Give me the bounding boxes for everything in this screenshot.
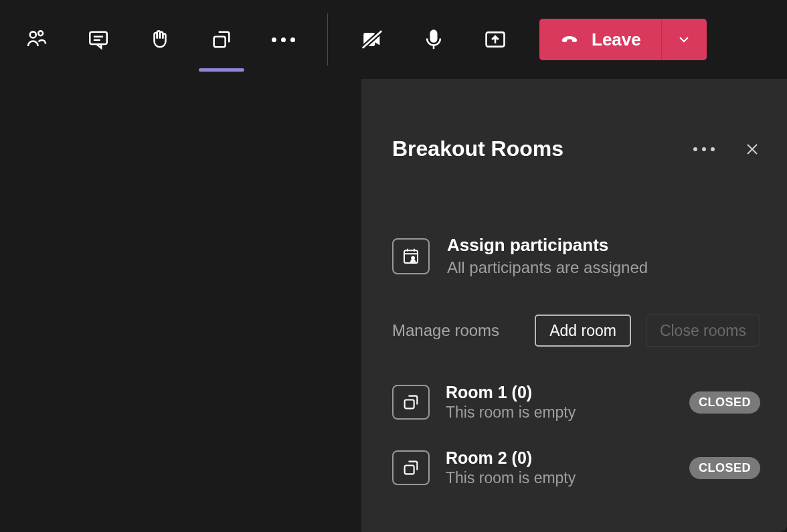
breakout-rooms-icon[interactable] (208, 19, 235, 60)
close-panel-icon[interactable] (744, 141, 760, 157)
leave-button-group: Leave (539, 19, 707, 60)
leave-label: Leave (592, 29, 641, 50)
manage-rooms-row: Manage rooms Add room Close rooms (392, 315, 760, 347)
chat-icon[interactable] (85, 19, 112, 60)
svg-rect-5 (214, 37, 226, 48)
room-icon (392, 450, 430, 485)
room-subtitle: This room is empty (446, 404, 576, 422)
room-status-badge: CLOSED (689, 391, 760, 414)
panel-title: Breakout Rooms (392, 137, 693, 161)
camera-off-icon[interactable] (359, 19, 385, 60)
room-title: Room 2 (0) (446, 448, 576, 468)
toolbar-right-group (359, 19, 509, 60)
main-area: Breakout Rooms (0, 79, 787, 532)
panel-more-icon[interactable] (693, 147, 715, 151)
close-rooms-button: Close rooms (646, 315, 760, 347)
svg-rect-18 (405, 400, 414, 409)
assign-participants-icon (392, 238, 430, 274)
meeting-stage (0, 79, 361, 532)
assign-subtitle: All participants are assigned (447, 258, 648, 277)
room-title: Room 1 (0) (446, 383, 576, 402)
room-icon (392, 385, 430, 420)
hangup-icon (559, 29, 580, 50)
microphone-icon[interactable] (420, 19, 447, 60)
chevron-down-icon (676, 31, 692, 48)
meeting-toolbar: Leave (0, 0, 787, 79)
room-item[interactable]: Room 1 (0) This room is empty CLOSED (392, 383, 760, 422)
svg-point-0 (30, 31, 36, 37)
panel-header: Breakout Rooms (392, 137, 760, 161)
rooms-list: Room 1 (0) This room is empty CLOSED Roo… (392, 383, 760, 487)
room-subtitle: This room is empty (446, 469, 576, 487)
room-status-badge: CLOSED (689, 457, 760, 479)
svg-rect-19 (405, 466, 414, 474)
toolbar-divider (327, 13, 328, 66)
leave-button[interactable]: Leave (539, 19, 661, 60)
share-screen-icon[interactable] (482, 19, 509, 60)
leave-options-button[interactable] (661, 19, 707, 60)
svg-rect-8 (431, 31, 437, 42)
manage-rooms-label: Manage rooms (392, 321, 499, 340)
breakout-rooms-panel: Breakout Rooms (361, 79, 787, 532)
toolbar-left-group (23, 19, 296, 60)
svg-point-1 (38, 31, 43, 35)
assign-title: Assign participants (447, 235, 648, 256)
more-actions-icon[interactable] (270, 19, 296, 60)
assign-participants-row[interactable]: Assign participants All participants are… (392, 235, 760, 277)
add-room-button[interactable]: Add room (535, 315, 631, 347)
people-icon[interactable] (23, 19, 50, 60)
room-item[interactable]: Room 2 (0) This room is empty CLOSED (392, 448, 760, 487)
svg-rect-2 (90, 32, 107, 44)
svg-point-17 (412, 256, 414, 259)
raise-hand-icon[interactable] (147, 19, 173, 60)
